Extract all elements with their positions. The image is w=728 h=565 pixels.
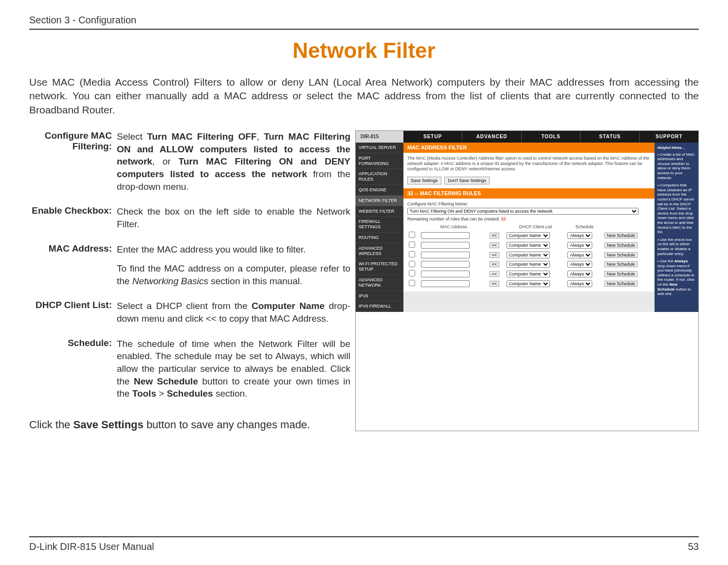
table-row: <<Computer NameAlwaysNew Schedule xyxy=(407,279,651,289)
schedule-select[interactable]: Always xyxy=(567,271,592,277)
rules-panel: Configure MAC Filtering below: Turn MAC … xyxy=(403,199,655,292)
body-dhcp-client-list: Select a DHCP client from the Computer N… xyxy=(117,300,350,325)
mac-address-input[interactable] xyxy=(421,261,470,268)
text: button to save any changes made. xyxy=(144,419,310,431)
mac-address-input[interactable] xyxy=(421,232,470,239)
new-schedule-button[interactable]: New Schedule xyxy=(604,242,637,248)
label-schedule: Schedule: xyxy=(29,338,112,400)
sidebar-item-port-forwarding[interactable]: PORT FORWARDING xyxy=(356,153,403,169)
device-model: DIR-815 xyxy=(356,131,403,143)
sidebar-item-firewall-settings[interactable]: FIREWALL SETTINGS xyxy=(356,217,403,233)
sidebar-item-virtual-server[interactable]: VIRTUAL SERVER xyxy=(356,143,403,153)
schedule-select[interactable]: Always xyxy=(567,280,592,287)
mac-address-input[interactable] xyxy=(421,252,470,258)
hint-item: • Use the Always drop down menu if you h… xyxy=(657,259,695,296)
tab-support[interactable]: SUPPORT xyxy=(639,131,698,143)
sidebar-item-advanced-wireless[interactable]: ADVANCED WIRELESS xyxy=(356,243,403,259)
text-bold: Computer Name xyxy=(252,301,325,311)
mac-address-input[interactable] xyxy=(421,271,470,277)
copy-mac-button[interactable]: << xyxy=(490,281,500,287)
mac-address-input[interactable] xyxy=(421,242,470,249)
text: section. xyxy=(213,388,248,399)
sidebar-item-advanced-network[interactable]: ADVANCED NETWORK xyxy=(356,275,403,291)
section-label: Section 3 - Configuration xyxy=(29,15,136,26)
router-topnav: DIR-815 SETUP ADVANCED TOOLS STATUS SUPP… xyxy=(356,131,698,143)
table-row: <<Computer NameAlwaysNew Schedule xyxy=(407,231,651,240)
table-row: <<Computer NameAlwaysNew Schedule xyxy=(407,269,651,279)
section-description: The MAC (Media Access Controller) Addres… xyxy=(403,153,655,174)
body-enable-checkbox: Check the box on the left side to enable… xyxy=(117,205,350,230)
enable-checkbox[interactable] xyxy=(409,270,415,276)
sidebar-item-website-filter[interactable]: WEBSITE FILTER xyxy=(356,206,403,217)
schedule-select[interactable]: Always xyxy=(567,242,592,249)
label-mac-address: MAC Address: xyxy=(29,243,112,288)
enable-checkbox[interactable] xyxy=(409,232,415,238)
table-row: <<Computer NameAlwaysNew Schedule xyxy=(407,250,651,260)
sidebar-item-qos-engine[interactable]: QOS ENGINE xyxy=(356,185,403,196)
sidebar-item-wi-fi-protected-setup[interactable]: WI-FI PROTECTED SETUP xyxy=(356,259,403,275)
enable-checkbox[interactable] xyxy=(409,280,415,286)
remaining-rules: Remaining number of rules that can be cr… xyxy=(407,217,651,222)
footer-page-number: 53 xyxy=(688,541,699,552)
computer-name-select[interactable]: Computer Name xyxy=(507,261,550,268)
router-screenshot: DIR-815 SETUP ADVANCED TOOLS STATUS SUPP… xyxy=(355,130,699,431)
col-mac-address: MAC Address xyxy=(419,223,488,231)
col-schedule: Schedule xyxy=(566,223,602,231)
body-mac-address: Enter the MAC address you would like to … xyxy=(117,243,350,288)
section-mac-address-filter: MAC ADDRESS FILTER xyxy=(403,143,655,153)
tab-setup[interactable]: SETUP xyxy=(403,131,462,143)
hint-item: • Create a list of MAC addresses and cho… xyxy=(657,152,695,181)
sidebar-item-application-rules[interactable]: APPLICATION RULES xyxy=(356,169,403,185)
text: > xyxy=(156,388,167,399)
new-schedule-button[interactable]: New Schedule xyxy=(604,281,637,287)
text-bold: New Schedule xyxy=(134,376,198,386)
tab-advanced[interactable]: ADVANCED xyxy=(462,131,521,143)
copy-mac-button[interactable]: << xyxy=(490,271,500,277)
text: Check the box on the left side to enable… xyxy=(117,205,350,230)
remaining-count: 32 xyxy=(501,217,506,221)
text: , xyxy=(256,131,264,142)
enable-checkbox[interactable] xyxy=(409,261,415,267)
copy-mac-button[interactable]: << xyxy=(490,252,500,258)
copy-mac-button[interactable]: << xyxy=(490,242,500,248)
enable-checkbox[interactable] xyxy=(409,241,415,248)
new-schedule-button[interactable]: New Schedule xyxy=(604,233,637,238)
computer-name-select[interactable]: Computer Name xyxy=(507,280,550,287)
hints-title: Helpful Hints... xyxy=(657,146,695,150)
copy-mac-button[interactable]: << xyxy=(490,261,500,267)
enable-checkbox[interactable] xyxy=(409,251,415,257)
new-schedule-button[interactable]: New Schedule xyxy=(604,271,637,277)
computer-name-select[interactable]: Computer Name xyxy=(507,252,550,258)
rules-table: MAC Address DHCP Client List Schedule <<… xyxy=(407,223,651,289)
computer-name-select[interactable]: Computer Name xyxy=(507,242,550,249)
tab-status[interactable]: STATUS xyxy=(580,131,639,143)
page-footer: D-Link DIR-815 User Manual 53 xyxy=(29,536,699,552)
text: , or xyxy=(152,156,179,166)
body-schedule: The schedule of time when the Network Fi… xyxy=(117,338,350,400)
text: Remaining number of rules that can be cr… xyxy=(407,217,501,221)
tab-tools[interactable]: TOOLS xyxy=(521,131,580,143)
computer-name-select[interactable]: Computer Name xyxy=(507,271,550,277)
text: Select a DHCP client from the xyxy=(117,301,252,311)
mac-address-input[interactable] xyxy=(421,280,470,287)
router-sidebar: VIRTUAL SERVERPORT FORWARDINGAPPLICATION… xyxy=(356,143,403,312)
schedule-select[interactable]: Always xyxy=(567,261,592,268)
copy-mac-button[interactable]: << xyxy=(490,233,500,238)
rules-heading: 32 -- MAC FILTERING RULES xyxy=(403,188,655,199)
sidebar-item-routing[interactable]: ROUTING xyxy=(356,233,403,243)
schedule-select[interactable]: Always xyxy=(567,252,592,258)
save-settings-button[interactable]: Save Settings xyxy=(407,177,441,184)
sidebar-item-ipv6[interactable]: IPv6 xyxy=(356,291,403,302)
configure-mac-filtering-select[interactable]: Turn MAC Filtering ON and DENY computers… xyxy=(407,208,638,215)
schedule-select[interactable]: Always xyxy=(567,232,592,239)
computer-name-select[interactable]: Computer Name xyxy=(507,232,550,239)
new-schedule-button[interactable]: New Schedule xyxy=(604,261,637,267)
sidebar-item-network-filter[interactable]: NETWORK FILTER xyxy=(356,196,403,206)
hint-item: • Computers that have obtained an IP add… xyxy=(657,183,695,235)
new-schedule-button[interactable]: New Schedule xyxy=(604,252,637,258)
definitions-column: Configure MAC Filtering: Select Turn MAC… xyxy=(29,130,350,431)
sidebar-item-ipv6-firewall[interactable]: IPv6 FIREWALL xyxy=(356,301,403,312)
text-bold: Schedules xyxy=(167,388,213,399)
text-bold: Save Settings xyxy=(73,419,143,431)
dont-save-settings-button[interactable]: Don't Save Settings xyxy=(444,177,490,184)
